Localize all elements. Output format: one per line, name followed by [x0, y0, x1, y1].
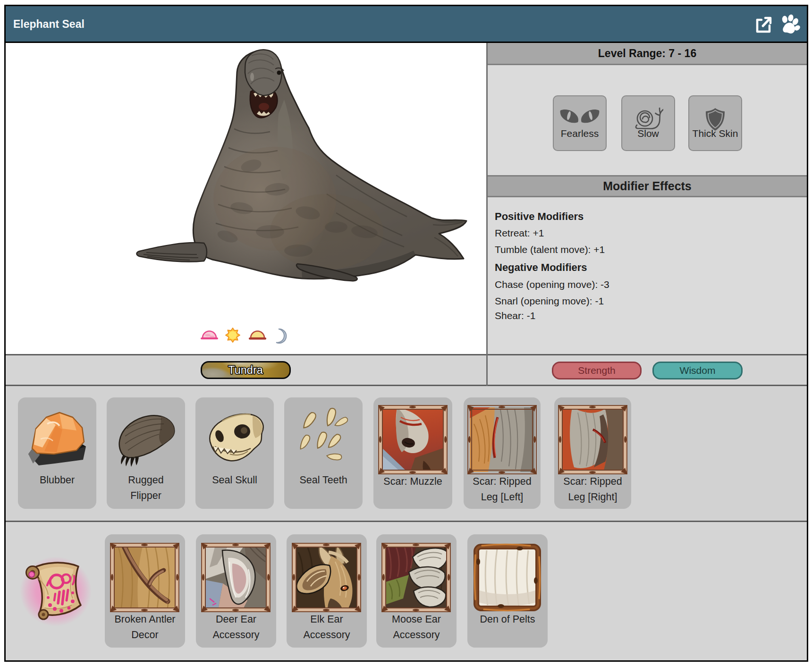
svg-text:Tundra: Tundra — [228, 364, 263, 376]
